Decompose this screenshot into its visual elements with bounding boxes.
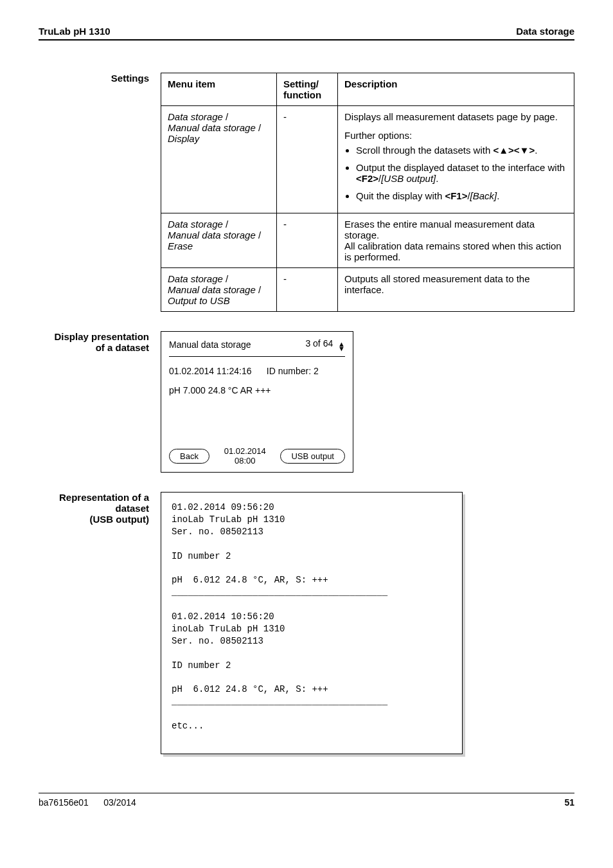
up-down-icon: ▲▼: [338, 342, 345, 351]
row3-desc: Outputs all stored measurement data to t…: [338, 268, 574, 312]
usb-output-text: 01.02.2014 09:56:20 inoLab TruLab pH 131…: [161, 492, 463, 754]
settings-label: Settings: [39, 73, 161, 312]
row2-menu: Data storage / Manual data storage / Era…: [161, 213, 277, 268]
disp-line1-left: 01.02.2014 11:24:16: [169, 366, 251, 376]
row2-setting: -: [277, 213, 338, 268]
settings-table: Menu item Setting/ function Description …: [161, 73, 574, 312]
usb-rep-label: Representation of a dataset (USB output): [39, 492, 161, 754]
footer-mid: 03/2014: [103, 797, 136, 808]
header-right: Data storage: [516, 26, 574, 37]
th-desc: Description: [338, 73, 574, 106]
footer-left: ba76156e01: [39, 797, 89, 808]
disp-line2: pH 7.000 24.8 °C AR +++: [169, 385, 345, 395]
row1-b2: Output the displayed dataset to the inte…: [356, 162, 567, 184]
row1-setting: -: [277, 106, 338, 213]
row1-b3: Quit the display with <F1>/[Back].: [356, 190, 567, 201]
row3-menu: Data storage / Manual data storage / Out…: [161, 268, 277, 312]
row1-b1: Scroll through the datasets with <▲><▼>.: [356, 145, 567, 156]
disp-head-left: Manual data storage: [169, 339, 251, 350]
footer-page: 51: [564, 797, 574, 808]
row1-menu: Data storage / Manual data storage / Dis…: [161, 106, 277, 213]
row3-setting: -: [277, 268, 338, 312]
back-pill: Back: [169, 449, 209, 464]
disp-pres-label: Display presentation of a dataset: [39, 331, 161, 473]
header-left: TruLab pH 1310: [39, 26, 111, 37]
row2-desc: Erases the entire manual measurement dat…: [338, 213, 574, 268]
disp-head-right: 3 of 64: [305, 338, 333, 348]
disp-line1-right: ID number: 2: [267, 366, 319, 376]
th-setting: Setting/ function: [277, 73, 338, 106]
th-menu: Menu item: [161, 73, 277, 106]
usb-output-box: 01.02.2014 09:56:20 inoLab TruLab pH 131…: [161, 492, 463, 754]
timestamp-center: 01.02.2014 08:00: [224, 446, 266, 466]
display-box: Manual data storage 3 of 64 ▲▼ 01.02.201…: [161, 331, 353, 473]
row1-desc: Displays all measurement datasets page b…: [338, 106, 574, 213]
usb-pill: USB output: [280, 449, 345, 464]
